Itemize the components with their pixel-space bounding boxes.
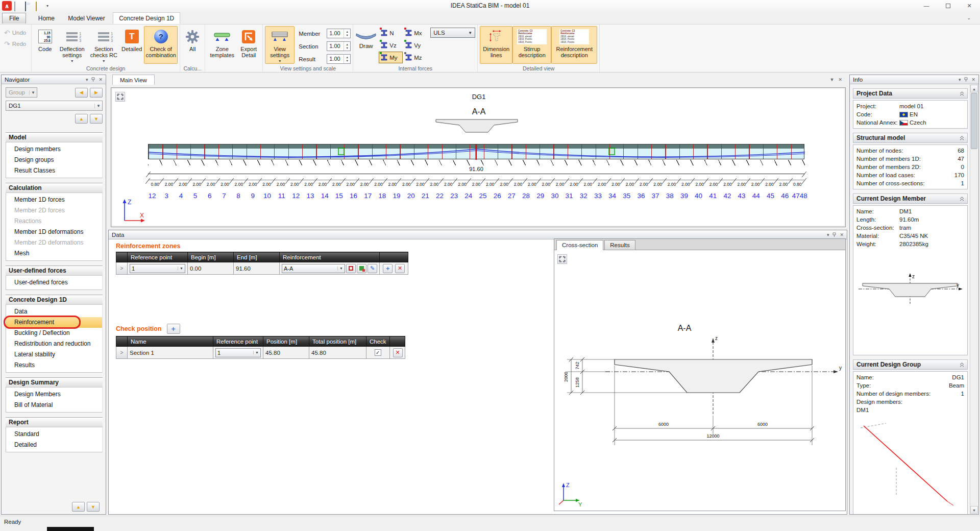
- force-n-button[interactable]: N: [379, 27, 403, 39]
- draw-button[interactable]: Draw: [355, 33, 377, 49]
- section-number[interactable]: 36: [634, 192, 648, 200]
- section-scale-stepper[interactable]: 1.00▲▼: [327, 41, 351, 51]
- section-number[interactable]: 25: [476, 192, 490, 200]
- section-number[interactable]: 41: [706, 192, 720, 200]
- sidebar-item-buckling-deflection[interactable]: Buckling / Deflection: [6, 328, 102, 339]
- add-zone-button[interactable]: ＋: [383, 264, 393, 273]
- nav-section-model[interactable]: Model: [6, 132, 103, 142]
- section-number[interactable]: 10: [260, 192, 274, 200]
- code-button[interactable]: 1,159025.8 Code: [34, 26, 56, 64]
- stepper-arrows-icon[interactable]: ▲▼: [344, 29, 350, 38]
- section-number[interactable]: 11: [275, 192, 289, 200]
- zone-copy-button[interactable]: [357, 264, 366, 273]
- scrollbar-thumb[interactable]: [971, 93, 977, 149]
- section-number[interactable]: 16: [346, 192, 360, 200]
- section-number[interactable]: 37: [648, 192, 663, 200]
- section-number[interactable]: 4: [174, 192, 188, 200]
- previous-item-button[interactable]: ▲: [75, 114, 88, 124]
- fit-view-button[interactable]: [557, 254, 567, 264]
- reference-point-select[interactable]: 1▼: [215, 348, 261, 357]
- reinforcement-description-button[interactable]: Concrete: C3Reinforceme2Φ16, elevati1Φ16…: [551, 26, 597, 64]
- pin-icon[interactable]: [832, 232, 837, 237]
- nav-section-concrete-design-1d[interactable]: Concrete Design 1D: [6, 295, 103, 305]
- end-value[interactable]: 91.60: [234, 262, 280, 275]
- section-number[interactable]: 4748: [792, 192, 807, 200]
- sidebar-item-standard[interactable]: Standard: [6, 429, 102, 440]
- result-scale-stepper[interactable]: 1.00▲▼: [327, 54, 351, 64]
- sidebar-item-bill-of-material[interactable]: Bill of Material: [6, 400, 102, 411]
- row-handle[interactable]: >: [116, 347, 128, 359]
- section-number[interactable]: 39: [677, 192, 691, 200]
- sidebar-item-design-members[interactable]: Design Members: [6, 389, 102, 400]
- scrollbar[interactable]: ▲ ▼: [970, 85, 978, 514]
- section-number[interactable]: 30: [548, 192, 562, 200]
- tab-main-view[interactable]: Main View: [112, 75, 155, 85]
- chevron-down-icon[interactable]: ▾: [827, 232, 829, 237]
- stepper-arrows-icon[interactable]: ▲▼: [344, 42, 350, 51]
- add-check-position-button[interactable]: ＋: [167, 324, 180, 334]
- sidebar-item-detailed[interactable]: Detailed: [6, 440, 102, 450]
- dimension-lines-button[interactable]: Dimension lines: [480, 26, 512, 64]
- sidebar-item-results[interactable]: Results: [6, 360, 102, 371]
- force-vz-button[interactable]: Vz: [379, 39, 403, 51]
- stirrup-description-button[interactable]: Concrete: C3Reinforceme2Φ16, elevati1Φ16…: [512, 26, 551, 64]
- section-number[interactable]: 19: [389, 192, 404, 200]
- force-my-button[interactable]: My: [379, 52, 403, 63]
- close-button[interactable]: ✕: [959, 0, 980, 11]
- section-number[interactable]: 26: [490, 192, 504, 200]
- begin-value[interactable]: 0.00: [188, 262, 234, 275]
- sidebar-item-result-classes[interactable]: Result Classes: [6, 165, 102, 176]
- design-group-select[interactable]: DG1▼: [6, 101, 103, 111]
- section-number[interactable]: 15: [332, 192, 346, 200]
- tab-results[interactable]: Results: [604, 240, 635, 250]
- sidebar-item-data[interactable]: Data: [6, 306, 102, 317]
- reinforcement-select[interactable]: A-A▼: [282, 264, 345, 273]
- scroll-up-icon[interactable]: ▲: [970, 85, 978, 92]
- force-mz-button[interactable]: Mz: [403, 52, 427, 63]
- delete-zone-button[interactable]: ✕: [395, 264, 405, 273]
- minimize-button[interactable]: —: [916, 0, 937, 11]
- check-name-value[interactable]: Section 1: [128, 347, 213, 359]
- navigator-down-button[interactable]: ▼: [87, 502, 100, 512]
- chevron-down-icon[interactable]: ▼: [830, 77, 835, 82]
- section-number[interactable]: 20: [404, 192, 418, 200]
- section-checks-rc-button[interactable]: Section checks RC▾: [88, 26, 119, 64]
- delete-check-button[interactable]: ✕: [393, 348, 403, 357]
- next-group-button[interactable]: ▶: [90, 88, 103, 98]
- close-icon[interactable]: ✕: [971, 77, 975, 82]
- section-number[interactable]: 13: [303, 192, 317, 200]
- section-number[interactable]: 44: [749, 192, 763, 200]
- reference-point-select[interactable]: 1▼: [130, 264, 185, 273]
- section-number[interactable]: 14: [317, 192, 332, 200]
- section-number[interactable]: 43: [734, 192, 749, 200]
- tab-file[interactable]: File: [2, 13, 26, 23]
- tab-home[interactable]: Home: [33, 13, 60, 23]
- section-header-current-design-group[interactable]: Current Design Group: [853, 359, 968, 370]
- section-number[interactable]: 3: [159, 192, 174, 200]
- maximize-button[interactable]: [937, 0, 959, 11]
- force-mx-button[interactable]: Mx: [403, 27, 427, 39]
- section-number[interactable]: 29: [533, 192, 548, 200]
- section-number[interactable]: 9: [246, 192, 260, 200]
- section-number[interactable]: 46: [778, 192, 792, 200]
- sidebar-item-member-1d-forces[interactable]: Member 1D forces: [6, 195, 102, 205]
- next-item-button[interactable]: ▼: [90, 114, 103, 124]
- sidebar-item-design-members[interactable]: Design members: [6, 144, 102, 155]
- combination-select[interactable]: ULS▼: [430, 28, 475, 38]
- section-number[interactable]: 31: [562, 192, 576, 200]
- section-header-current-design-member[interactable]: Current Design Member: [853, 194, 968, 204]
- pin-icon[interactable]: [91, 77, 95, 82]
- check-checkbox[interactable]: ✓: [375, 349, 381, 356]
- tab-concrete-design-1d[interactable]: Concrete Design 1D: [113, 12, 180, 24]
- view-settings-button[interactable]: View settings▾: [265, 26, 295, 64]
- close-icon[interactable]: ✕: [838, 77, 842, 82]
- section-header-project-data[interactable]: Project Data: [853, 88, 968, 99]
- section-number[interactable]: 21: [418, 192, 432, 200]
- zone-templates-button[interactable]: Zone templates: [207, 26, 237, 64]
- section-number[interactable]: 40: [692, 192, 706, 200]
- zone-edit-button[interactable]: ✎: [368, 264, 377, 273]
- tab-model-viewer[interactable]: Model Viewer: [62, 13, 110, 23]
- section-number[interactable]: 22: [432, 192, 447, 200]
- export-detail-button[interactable]: Export Detail: [237, 26, 260, 64]
- pin-icon[interactable]: [964, 77, 968, 82]
